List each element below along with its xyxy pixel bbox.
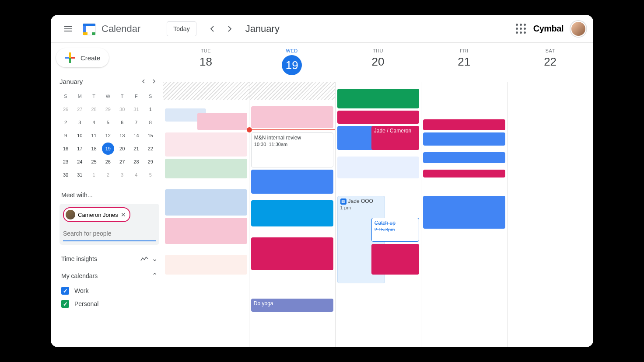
day-number: 21 — [421, 55, 507, 69]
mini-cal-day[interactable]: 6 — [116, 116, 128, 129]
event-block[interactable] — [197, 113, 247, 130]
day-header[interactable]: TUE18 — [163, 43, 249, 82]
mini-cal-day[interactable]: 31 — [74, 169, 86, 181]
mini-cal-day[interactable]: 4 — [88, 116, 100, 129]
mini-cal-day[interactable]: 12 — [102, 129, 114, 142]
mini-cal-day[interactable]: 26 — [60, 103, 72, 115]
mini-next-button[interactable] — [150, 76, 158, 87]
mini-cal-day[interactable]: 25 — [88, 156, 100, 168]
time-insights-row[interactable]: Time insights ⌄ — [56, 250, 163, 267]
mini-prev-button[interactable] — [140, 76, 147, 87]
mini-cal-day[interactable]: 5 — [102, 116, 114, 129]
day-column-wed[interactable]: M&N internal review 10:30–11:30am Do yog… — [249, 82, 335, 347]
mini-cal-dow: F — [130, 90, 142, 102]
event-block[interactable] — [371, 244, 420, 275]
calendar-checkbox[interactable] — [61, 300, 69, 308]
event-block[interactable] — [251, 106, 333, 128]
main-menu-button[interactable] — [58, 18, 79, 39]
mini-cal-day[interactable]: 31 — [130, 103, 142, 115]
day-header[interactable]: THU20 — [335, 43, 421, 82]
mini-cal-day[interactable]: 7 — [130, 116, 142, 129]
calendar-logo — [80, 20, 98, 38]
event-block[interactable] — [165, 159, 247, 178]
mini-cal-day[interactable]: 2 — [60, 116, 72, 129]
mini-cal-day[interactable]: 24 — [74, 156, 86, 168]
mini-cal-day[interactable]: 8 — [144, 116, 157, 129]
mini-cal-day[interactable]: 27 — [116, 156, 128, 168]
mini-cal-day[interactable]: 21 — [130, 143, 142, 155]
mini-cal-day[interactable]: 2 — [102, 169, 114, 181]
mini-cal-day[interactable]: 29 — [102, 103, 114, 115]
mini-cal-day[interactable]: 23 — [60, 156, 72, 168]
event-block[interactable] — [337, 157, 420, 178]
mini-cal-day[interactable]: 30 — [60, 169, 72, 181]
mini-cal-day[interactable]: 17 — [74, 143, 86, 155]
mini-cal-day[interactable]: 20 — [116, 143, 128, 155]
mini-cal-day[interactable]: 29 — [144, 156, 157, 168]
people-search-input[interactable] — [63, 226, 156, 241]
mini-cal-day[interactable]: 4 — [130, 169, 142, 181]
mini-cal-day[interactable]: 13 — [116, 129, 128, 142]
event-block[interactable] — [165, 189, 247, 216]
mini-cal-day[interactable]: 27 — [74, 103, 86, 115]
calendar-icon: ▦ — [340, 198, 346, 205]
mini-cal-day[interactable]: 9 — [60, 129, 72, 142]
event-block[interactable] — [251, 200, 333, 226]
event-block[interactable] — [165, 132, 247, 157]
day-column-thu[interactable]: Jade / Cameron ▦Jade OOO 1 pm Catch up 2… — [335, 82, 421, 347]
day-header[interactable]: SAT22 — [507, 43, 593, 82]
event-jade-cameron[interactable]: Jade / Cameron — [371, 126, 420, 150]
mini-cal-day[interactable]: 10 — [74, 129, 86, 142]
mini-cal-day[interactable]: 26 — [102, 156, 114, 168]
mini-cal-day[interactable]: 28 — [88, 103, 100, 115]
calendar-item-work[interactable]: Work — [56, 284, 163, 297]
event-block[interactable] — [337, 111, 420, 124]
day-column-sat[interactable] — [507, 82, 593, 347]
event-block[interactable] — [251, 170, 333, 194]
mini-cal-day[interactable]: 1 — [88, 169, 100, 181]
today-button[interactable]: Today — [167, 21, 196, 36]
event-block[interactable] — [423, 152, 505, 163]
day-column-tue[interactable] — [163, 82, 249, 347]
prev-period-button[interactable] — [205, 22, 219, 36]
event-block[interactable] — [423, 119, 505, 130]
mini-cal-day[interactable]: 14 — [130, 129, 142, 142]
mini-cal-day[interactable]: 3 — [116, 169, 128, 181]
mini-cal-day[interactable]: 30 — [116, 103, 128, 115]
mini-cal-day[interactable]: 16 — [60, 143, 72, 155]
calendar-item-personal[interactable]: Personal — [56, 297, 163, 310]
event-internal-review[interactable]: M&N internal review 10:30–11:30am — [251, 132, 333, 167]
my-calendars-row[interactable]: My calendars ⌃ — [56, 267, 163, 284]
mini-cal-day[interactable]: 28 — [130, 156, 142, 168]
mini-cal-day[interactable]: 22 — [144, 143, 157, 155]
mini-cal-day[interactable]: 19 — [102, 143, 114, 155]
mini-cal-dow: T — [88, 90, 100, 102]
account-avatar[interactable] — [570, 21, 586, 37]
mini-cal-day[interactable]: 15 — [144, 129, 157, 142]
event-catch-up-declined[interactable]: Catch up 2:15-3pm — [371, 218, 420, 242]
mini-cal-day[interactable]: 18 — [88, 143, 100, 155]
event-block[interactable] — [423, 132, 505, 146]
mini-cal-day[interactable]: 11 — [88, 129, 100, 142]
create-button[interactable]: Create — [56, 48, 109, 67]
day-header[interactable]: FRI21 — [421, 43, 507, 82]
mini-cal-day[interactable]: 5 — [144, 169, 157, 181]
calendar-grid[interactable]: M&N internal review 10:30–11:30am Do yog… — [163, 82, 593, 347]
chip-remove-button[interactable]: ✕ — [121, 211, 126, 218]
next-period-button[interactable] — [223, 22, 237, 36]
event-block[interactable] — [165, 218, 247, 244]
event-do-yoga[interactable]: Do yoga — [251, 299, 333, 312]
google-apps-button[interactable] — [516, 24, 526, 34]
day-column-fri[interactable] — [421, 82, 507, 347]
event-block[interactable] — [423, 170, 505, 178]
mini-cal-day[interactable]: 1 — [144, 103, 157, 115]
person-chip[interactable]: Cameron Jones ✕ — [63, 207, 130, 222]
event-title: M&N internal review — [254, 135, 330, 142]
calendar-checkbox[interactable] — [61, 287, 69, 295]
day-header[interactable]: WED19 — [249, 43, 335, 82]
event-block[interactable] — [423, 196, 505, 229]
event-block[interactable] — [337, 89, 420, 108]
event-block[interactable] — [165, 255, 247, 275]
event-block[interactable] — [251, 237, 333, 270]
mini-cal-day[interactable]: 3 — [74, 116, 86, 129]
